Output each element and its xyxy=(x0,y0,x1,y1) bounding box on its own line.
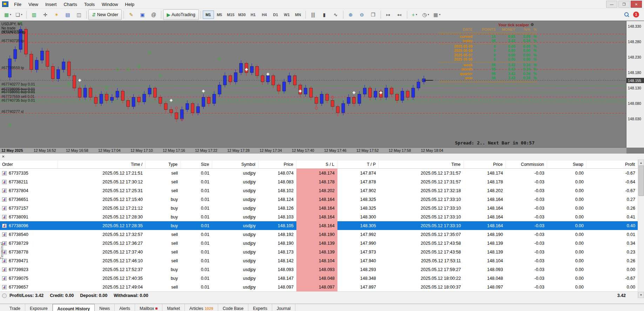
notification-badge[interactable]: 1 xyxy=(633,12,639,18)
cell: 148.093 xyxy=(259,267,296,272)
timeframe-m5[interactable]: M5 xyxy=(214,11,225,19)
expert-advisors-button[interactable]: ▣ xyxy=(137,10,148,19)
column-header-price[interactable]: Price xyxy=(259,161,296,168)
timeframe-w1[interactable]: W1 xyxy=(281,11,293,19)
menu-file[interactable]: File xyxy=(11,1,25,8)
terminal-close-icon[interactable]: ✕ xyxy=(2,155,5,158)
tab-news[interactable]: News xyxy=(95,304,115,311)
menu-view[interactable]: View xyxy=(25,1,42,8)
menu-tools[interactable]: Tools xyxy=(81,1,98,8)
history-row-67738778[interactable]: 677387782025.05.12 17:37:40sell0.01usdjp… xyxy=(0,248,644,256)
price-scale[interactable]: 148.330148.280148.230148.180148.130148.0… xyxy=(626,21,644,148)
tile-windows-button[interactable]: ❒ xyxy=(368,10,379,19)
column-header-type[interactable]: Type xyxy=(146,161,181,168)
history-row-67738096[interactable]: 677380962025.05.12 17:28:35buy0.01usdjpy… xyxy=(0,221,644,230)
table-header[interactable]: OrderTime /TypeSizeSymbolPriceS / LT / P… xyxy=(0,161,644,169)
column-header-size[interactable]: Size xyxy=(181,161,212,168)
history-row-67739075[interactable]: 677390752025.05.12 17:40:35buy0.01usdjpy… xyxy=(0,274,644,283)
timeframe-m15[interactable]: M15 xyxy=(225,11,236,19)
tab-journal[interactable]: Journal xyxy=(272,304,295,311)
tab-articles[interactable]: Articles1029 xyxy=(185,304,218,311)
menu-charts[interactable]: Charts xyxy=(60,1,80,8)
column-header-t-p[interactable]: T / P xyxy=(337,161,379,168)
tab-market[interactable]: Market xyxy=(162,304,185,311)
cell: usdjpy xyxy=(212,276,259,281)
history-row-67736651[interactable]: 677366512025.05.12 17:15:40buy0.01usdjpy… xyxy=(0,195,644,204)
menu-window[interactable]: Window xyxy=(98,1,121,8)
indicators-button[interactable]: +▾ xyxy=(409,10,420,19)
templates-button[interactable]: ▦▾ xyxy=(431,10,443,19)
column-header-profit[interactable]: Profit xyxy=(586,161,638,168)
restore-button[interactable]: ❐ xyxy=(618,1,630,8)
auto-scroll-button[interactable]: ↦ xyxy=(383,10,394,19)
history-row-67739657[interactable]: 677396572025.05.12 17:49:04sell0.01usdjp… xyxy=(0,283,644,291)
navigator-button[interactable]: ✶ xyxy=(51,10,62,19)
minimize-button[interactable]: — xyxy=(606,1,617,8)
zoom-in-button[interactable]: ⊕ xyxy=(345,10,356,19)
market-watch-button[interactable]: ▥ xyxy=(28,10,40,19)
timeframe-m1[interactable]: M1 xyxy=(203,11,214,19)
cell: -0.03 xyxy=(506,197,547,202)
profiles-button[interactable]: ❏▾ xyxy=(13,10,25,19)
column-header-time[interactable]: Time / xyxy=(58,161,146,168)
column-header-time[interactable]: Time xyxy=(379,161,464,168)
menu-help[interactable]: Help xyxy=(121,1,138,8)
scrollbar-thumb[interactable] xyxy=(638,165,644,196)
close-button[interactable]: ✕ xyxy=(631,1,642,8)
terminal-button[interactable]: ▤ xyxy=(62,10,73,19)
periods-button[interactable]: ◷▾ xyxy=(420,10,431,19)
column-header-price[interactable]: Price xyxy=(464,161,506,168)
timeframe-h4[interactable]: H4 xyxy=(259,11,270,19)
zoom-out-button[interactable]: ⊖ xyxy=(356,10,368,19)
time-tick-label: 12 May 18:04 xyxy=(421,148,443,153)
metaeditor-button[interactable]: ✎ xyxy=(126,10,137,19)
candlestick-button[interactable]: ▮ xyxy=(319,10,330,19)
history-row-67737157[interactable]: 677371572025.05.12 17:21:12buy0.01usdjpy… xyxy=(0,204,644,212)
history-row-67737335[interactable]: 677373352025.05.12 17:21:51sell0.01usdjp… xyxy=(0,169,644,177)
cell: 148.164 xyxy=(296,204,337,212)
tab-experts[interactable]: Experts xyxy=(248,304,272,311)
column-header-swap[interactable]: Swap xyxy=(547,161,586,168)
chart-shift-button[interactable]: ↤ xyxy=(394,10,405,19)
order-id: 67739075 xyxy=(9,276,28,281)
history-row-67738540[interactable]: 677385402025.05.12 17:32:57sell0.01usdjp… xyxy=(0,230,644,239)
cell: 148.202 xyxy=(464,188,506,193)
search-icon[interactable] xyxy=(624,12,630,18)
tab-trade[interactable]: Trade xyxy=(5,304,25,311)
history-row-67738091[interactable]: 677380912025.05.12 17:28:30buy0.01usdjpy… xyxy=(0,212,644,221)
column-header-symbol[interactable]: Symbol xyxy=(212,161,259,168)
cell: -0.03 xyxy=(506,206,547,211)
history-row-67739923[interactable]: 677399232025.05.12 17:52:37buy0.01usdjpy… xyxy=(0,265,644,274)
scroll-up-icon[interactable]: ▲ xyxy=(638,160,644,166)
timeframe-mn[interactable]: MN xyxy=(293,11,304,19)
bar-chart-button[interactable]: ||| xyxy=(308,10,319,19)
tab-alerts[interactable]: Alerts xyxy=(115,304,135,311)
tab-exposure[interactable]: Exposure xyxy=(25,304,53,311)
column-header-commission[interactable]: Commission xyxy=(506,161,547,168)
options-button[interactable]: @ xyxy=(148,10,159,19)
toolbar-right: 1 xyxy=(624,12,642,18)
timeframe-m30[interactable]: M30 xyxy=(236,11,248,19)
chart-plot[interactable]: USDJPY, M1No tradeDOWN 0.84 tp#67740277 … xyxy=(0,21,626,148)
menu-insert[interactable]: Insert xyxy=(42,1,60,8)
cell: 147.973 xyxy=(337,250,379,255)
line-chart-button[interactable]: ∿ xyxy=(330,10,341,19)
tab-account-history[interactable]: Account History xyxy=(53,304,95,311)
strategy-tester-button[interactable]: ◫ xyxy=(73,10,85,19)
history-row-67737804[interactable]: 677378042025.05.12 17:25:31sell0.01usdjp… xyxy=(0,186,644,195)
history-row-67738729[interactable]: 677387292025.05.12 17:36:27sell0.01usdjp… xyxy=(0,239,644,248)
scroll-down-icon[interactable]: ▼ xyxy=(638,292,644,298)
time-axis[interactable]: 12 May 202512 May 16:5212 May 16:5812 Ma… xyxy=(0,147,626,154)
timeframe-d1[interactable]: D1 xyxy=(270,11,281,19)
data-window-button[interactable]: ✛ xyxy=(40,10,51,19)
history-row-67739471[interactable]: 677394712025.05.12 17:46:10sell0.01usdjp… xyxy=(0,256,644,265)
autotrading-button[interactable]: ▶AutoTrading xyxy=(163,9,199,20)
column-header-s-l[interactable]: S / L xyxy=(296,161,337,168)
history-row-67738211[interactable]: 677382112025.05.12 17:30:12sell0.01usdjp… xyxy=(0,177,644,186)
timeframe-h1[interactable]: H1 xyxy=(248,11,259,19)
new-chart-button[interactable]: ▦▾ xyxy=(2,10,13,19)
tab-mailbox[interactable]: Mailbox xyxy=(135,304,162,311)
tab-code-base[interactable]: Code Base xyxy=(218,304,248,311)
column-header-order[interactable]: Order xyxy=(0,161,58,168)
new-order-button[interactable]: ⇵New Order xyxy=(88,9,122,20)
